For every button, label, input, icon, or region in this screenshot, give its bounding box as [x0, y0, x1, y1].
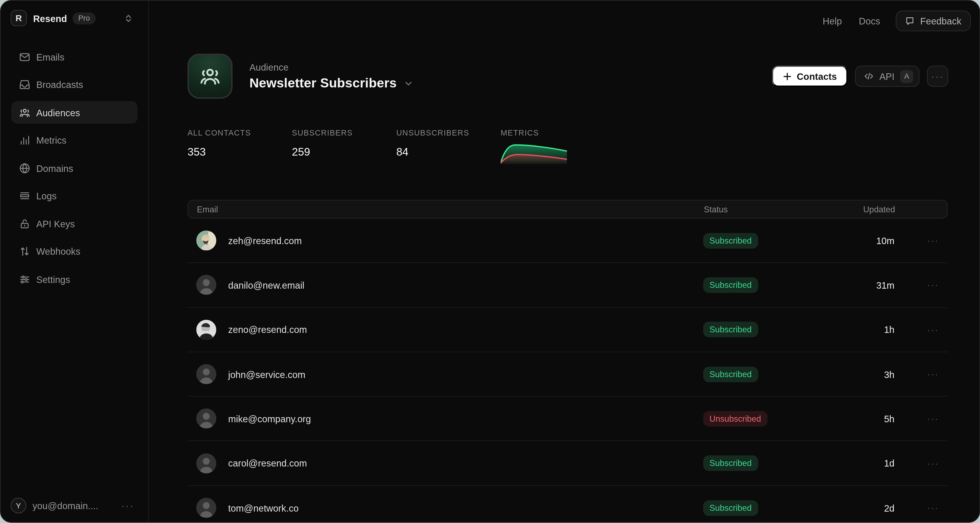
row-menu-icon[interactable]: ··· [927, 280, 939, 290]
title-block: Audience Newsletter Subscribers [250, 62, 412, 91]
sidebar-item-label: Metrics [36, 135, 66, 146]
stat-label: METRICS [501, 129, 567, 138]
row-menu-icon[interactable]: ··· [927, 503, 939, 513]
contact-placeholder-avatar [196, 275, 216, 295]
sidebar-item-emails[interactable]: Emails [11, 46, 137, 68]
sidebar-item-label: Settings [36, 274, 70, 285]
plus-icon [783, 71, 792, 81]
rows-icon [18, 190, 31, 202]
workspace-name: Resend [33, 13, 67, 23]
sidebar-item-api-keys[interactable]: API Keys [11, 212, 137, 235]
row-menu-icon[interactable]: ··· [927, 325, 939, 334]
row-menu-icon[interactable]: ··· [927, 458, 939, 468]
updated-time: 1d [838, 458, 894, 468]
updated-time: 1h [838, 324, 894, 335]
ellipsis-icon: ··· [931, 71, 944, 81]
user-menu[interactable]: Y you@domain.... ··· [11, 498, 142, 514]
row-menu-icon[interactable]: ··· [927, 235, 939, 246]
keyboard-shortcut-badge: A [900, 70, 913, 82]
stat-unsubscribers: UNSUBSCRIBERS 84 [396, 129, 501, 164]
sidebar-item-broadcasts[interactable]: Broadcasts [11, 73, 137, 96]
resend-logo-icon: R [11, 10, 27, 26]
ellipsis-icon[interactable]: ··· [121, 501, 134, 510]
contact-email: tom@network.co [228, 502, 299, 513]
sidebar-item-label: Audiences [36, 107, 80, 117]
sidebar-item-label: Logs [36, 191, 57, 201]
stats-row: ALL CONTACTS 353 SUBSCRIBERS 259 UNSUBSC… [188, 129, 980, 164]
contacts-label: Contacts [797, 71, 837, 81]
stat-label: SUBSCRIBERS [292, 129, 396, 138]
stat-label: UNSUBSCRIBERS [396, 129, 501, 138]
audience-selector[interactable]: Newsletter Subscribers [250, 76, 412, 90]
table-row[interactable]: carol@resend.com Subscribed 1d ··· [188, 441, 948, 486]
stat-value: 353 [188, 146, 292, 158]
sliders-icon [18, 273, 31, 285]
envelope-icon [18, 51, 31, 63]
main-content: Help Docs Feedback Audience Newsletter S… [149, 0, 980, 522]
column-email: Email [188, 204, 704, 214]
contact-photo-avatar [196, 320, 216, 340]
bar-chart-icon [18, 134, 31, 146]
api-label: API [880, 71, 895, 81]
add-contacts-button[interactable]: Contacts [772, 66, 848, 87]
column-updated: Updated [838, 204, 895, 214]
table-row[interactable]: mike@company.org Unsubscribed 5h ··· [188, 397, 948, 441]
sidebar-item-metrics[interactable]: Metrics [11, 129, 137, 152]
status-badge: Subscribed [703, 366, 758, 382]
table-row[interactable]: tom@network.co Subscribed 2d ··· [188, 486, 948, 523]
contact-email: zeh@resend.com [228, 235, 302, 246]
inbox-icon [18, 78, 31, 91]
contact-placeholder-avatar [196, 409, 216, 429]
table-row[interactable]: zeh@resend.com Subscribed 10m ··· [188, 219, 948, 263]
arrows-up-down-icon [18, 245, 31, 258]
stat-subscribers: SUBSCRIBERS 259 [292, 129, 396, 164]
status-badge: Unsubscribed [703, 411, 767, 426]
sidebar-item-label: Emails [36, 52, 64, 62]
contacts-table: Email Status Updated zeh@resend.com Subs… [188, 200, 948, 523]
docs-link[interactable]: Docs [859, 16, 880, 26]
table-row[interactable]: zeno@resend.com Subscribed 1h ··· [188, 307, 948, 352]
avatar: Y [11, 498, 26, 514]
page-title: Newsletter Subscribers [250, 76, 397, 90]
contact-placeholder-avatar [196, 453, 216, 473]
more-options-button[interactable]: ··· [927, 66, 948, 87]
user-email: you@domain.... [33, 501, 99, 511]
table-row[interactable]: john@service.com Subscribed 3h ··· [188, 352, 948, 397]
sidebar-item-settings[interactable]: Settings [11, 268, 137, 290]
contact-placeholder-avatar [196, 364, 216, 384]
plan-badge: Pro [73, 12, 95, 24]
column-status: Status [704, 204, 838, 214]
table-header: Email Status Updated [188, 200, 948, 219]
status-badge: Subscribed [703, 455, 758, 471]
contact-email: carol@resend.com [228, 458, 307, 468]
eyebrow-label: Audience [250, 62, 412, 73]
status-badge: Subscribed [703, 277, 758, 293]
lock-icon [18, 217, 31, 230]
contact-placeholder-avatar [196, 498, 216, 518]
row-menu-icon[interactable]: ··· [927, 414, 939, 424]
stat-all-contacts: ALL CONTACTS 353 [188, 129, 292, 164]
api-button[interactable]: API A [855, 66, 920, 87]
app-window: R Resend Pro Emails Broadcasts Audiences [0, 0, 980, 523]
help-link[interactable]: Help [822, 16, 842, 26]
sidebar-item-audiences[interactable]: Audiences [11, 101, 137, 124]
header-actions: Contacts API A ··· [772, 66, 948, 87]
workspace-switcher[interactable]: R Resend Pro [0, 0, 148, 26]
row-menu-icon[interactable]: ··· [927, 369, 939, 379]
chevron-up-down-icon [124, 14, 133, 22]
sidebar-item-logs[interactable]: Logs [11, 185, 137, 207]
sidebar-item-domains[interactable]: Domains [11, 157, 137, 179]
updated-time: 5h [838, 413, 894, 424]
stat-metrics: METRICS [501, 129, 567, 164]
contact-email: zeno@resend.com [228, 324, 307, 335]
globe-icon [18, 162, 31, 174]
updated-time: 10m [838, 235, 894, 246]
sidebar-item-label: Domains [36, 163, 73, 173]
sidebar: R Resend Pro Emails Broadcasts Audiences [0, 0, 149, 522]
sidebar-item-webhooks[interactable]: Webhooks [11, 240, 137, 263]
audience-avatar-icon [188, 54, 232, 99]
stat-value: 259 [292, 146, 396, 158]
feedback-button[interactable]: Feedback [896, 11, 971, 31]
topbar: Help Docs Feedback [822, 11, 971, 31]
table-row[interactable]: danilo@new.email Subscribed 31m ··· [188, 263, 948, 307]
